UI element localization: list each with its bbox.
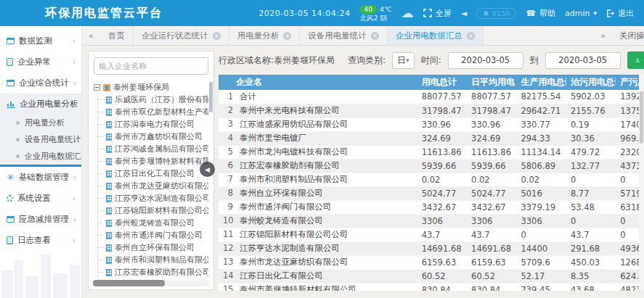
mute-speaker-icon[interactable]: ◄ [461, 9, 467, 18]
sidebar-group: 系统设置‹ [0, 188, 81, 209]
tree-children: 乐威医药（江苏）股份有限公司泰州市双亿新型材料生产有限公司江苏润泰电力有限公司泰… [97, 94, 208, 278]
tab-close-icon[interactable]: × [213, 32, 221, 40]
tree-root-node[interactable]: 泰州姜堰环保局 [94, 81, 208, 94]
value-cell: 0.02 [417, 173, 467, 186]
tab-close-icon[interactable]: × [283, 32, 291, 40]
row-number: 8 [223, 188, 233, 198]
tree-company-node[interactable]: 泰州市和润塑料制品有限公司 [98, 254, 208, 266]
export-button[interactable]: 导出 [627, 51, 644, 69]
row-number: 15 [223, 284, 233, 291]
panel-collapse-button[interactable]: ◀ [200, 162, 215, 177]
tree-company-node[interactable]: 泰州蛟龙铸造有限公司 [98, 217, 208, 229]
tree-company-node[interactable]: 泰州市万鑫纺织有限公司 [98, 131, 208, 143]
tree-company-label: 江苏宏泰橡胶助剂有限公司 [115, 267, 208, 278]
tab-scroll-right-icon[interactable]: » [594, 31, 612, 41]
query-type-label: 查询类别: [348, 54, 386, 67]
help-button[interactable]: ☎ 帮助 [526, 8, 555, 19]
table-row: 3江苏迪盛家用纺织品有限公司330.96330.96330.770.191740… [219, 117, 644, 131]
company-name-cell: 2泰州中来光电科技有限公司 [219, 104, 417, 117]
database-icon [7, 173, 15, 181]
table-row: 9泰州市通洋阀门有限公司3432.673432.673379.1953.4863… [219, 200, 644, 214]
sidebar-item[interactable]: 系统设置‹ [0, 188, 81, 209]
building-icon [106, 121, 112, 128]
tree-company-node[interactable]: 江苏日出化工有限公司 [98, 167, 208, 180]
tree-company-label: 江苏润泰电力有限公司 [115, 119, 195, 130]
company-search-input[interactable] [94, 57, 208, 75]
value-cell: 330.96 [467, 117, 516, 131]
tab[interactable]: 用电量分析× [229, 26, 301, 45]
sidebar-subitem[interactable]: 企业用电数据汇总 [0, 148, 81, 165]
table-row: 11江苏锦阳新材料有限公司公司43.743.7043.70 [219, 228, 644, 241]
date-to-input[interactable] [545, 52, 621, 69]
tree-company-node[interactable]: 江苏鸿诚金属制品有限公司 [98, 143, 208, 155]
table-vertical-scrollbar[interactable] [639, 75, 644, 291]
value-cell: 324.69 [467, 131, 516, 145]
tab-label: 企业用电数据汇总 [396, 30, 462, 41]
row-number: 12 [223, 243, 233, 253]
bell-icon [483, 10, 489, 17]
electricity-data-table: 企业名用电总计日平均用电生产用电总计治污用电总计产污/治污(用电) 1合计880… [219, 75, 644, 291]
tree-horizontal-scrollbar[interactable] [93, 280, 209, 286]
alarm-counter[interactable]: 6150 [476, 8, 516, 19]
sidebar-item[interactable]: 企业综合统计‹ [0, 73, 81, 94]
to-label: 到 [530, 54, 539, 67]
sidebar-item[interactable]: 企业用电量分析∨ [0, 94, 81, 115]
tree-company-node[interactable]: 乐威医药（江苏）股份有限公司 [98, 94, 208, 106]
sidebar-item[interactable]: 应急减排管理‹ [0, 209, 81, 230]
sidebar-item-label: 数据监测 [19, 36, 52, 46]
bullet-icon [16, 121, 20, 125]
value-cell: 2155.76 [566, 104, 616, 117]
sidebar-item[interactable]: 日志查看‹ [0, 230, 81, 251]
fullscreen-button[interactable]: 全屏 [423, 8, 452, 19]
user-menu[interactable]: admin ▾ [565, 9, 597, 18]
tree-company-label: 泰州市龙达亚麻纺织有限公司 [115, 181, 208, 191]
building-icon [106, 158, 112, 165]
table-row: 2泰州中来光电科技有限公司31798.4731798.4729642.71215… [219, 104, 644, 117]
tab-close-icon[interactable]: × [371, 32, 379, 40]
sidebar-group: 企业综合统计‹ [0, 73, 81, 94]
tree-company-node[interactable]: 江苏亨达水泥制造有限公司 [98, 192, 208, 204]
sidebar-item-label: 企业用电量分析 [20, 99, 78, 109]
tab-scroll-left-icon[interactable]: « [82, 31, 100, 41]
date-from-input[interactable] [448, 52, 523, 69]
tab[interactable]: 设备用电量统计× [300, 26, 388, 45]
sidebar-subitem[interactable]: 用电量分析 [0, 115, 81, 131]
calendar-icon [7, 38, 15, 44]
tab[interactable]: 首页 [100, 26, 134, 45]
close-operations-menu[interactable]: 关闭操作 [619, 30, 644, 41]
tree-collapse-toggle[interactable] [94, 84, 100, 91]
wind-info: 北风2 阴 [359, 14, 391, 22]
sidebar-item[interactable]: 企业异常‹ [0, 51, 81, 73]
tab[interactable]: 企业运行状态统计× [134, 26, 229, 45]
sidebar-item[interactable]: 基础数据管理‹ [0, 167, 81, 188]
chevron-left-icon: ‹ [73, 215, 76, 223]
value-cell: 3379.19 [516, 200, 566, 214]
region-label: 行政区域名称:泰州姜堰环保局 [219, 54, 335, 67]
sidebar-item[interactable]: 数据监测‹ [0, 30, 81, 51]
table-row: 8泰州自立环保有限公司5024.775024.7750168.7757194.9… [219, 186, 644, 200]
tree-company-label: 江苏鸿诚金属制品有限公司 [115, 144, 208, 154]
tab-close-icon[interactable]: × [467, 32, 475, 40]
tree-company-node[interactable]: 泰州自立环保有限公司 [98, 241, 208, 254]
tree-company-node[interactable]: 江苏润泰电力有限公司 [98, 118, 208, 131]
sidebar-subitem[interactable]: 设备用电量统计 [0, 131, 81, 148]
value-cell: 53.48 [566, 200, 616, 214]
building-icon [106, 257, 112, 264]
tree-company-node[interactable]: 泰州市龙达亚麻纺织有限公司 [98, 180, 208, 192]
column-header: 用电总计 [417, 75, 467, 90]
logout-button[interactable]: 退出 [606, 8, 634, 19]
tree-company-node[interactable]: 泰州市双亿新型材料生产有限公司 [98, 106, 208, 118]
building-icon [106, 220, 112, 227]
tree-company-node[interactable]: 江苏锦阳新材料有限公司公司 [98, 204, 208, 217]
tree-company-label: 江苏日出化工有限公司 [115, 168, 195, 179]
query-type-select[interactable]: 日 ▾ [392, 52, 415, 69]
tab-active[interactable]: 企业用电数据汇总× [388, 26, 484, 45]
tree-vertical-scrollbar[interactable] [209, 82, 213, 112]
tree-company-node[interactable]: 江苏宏泰橡胶助剂有限公司 [98, 266, 208, 278]
tree-company-node[interactable]: 泰州市通洋阀门有限公司 [98, 229, 208, 241]
row-number: 6 [223, 160, 233, 170]
app-title: 环保用电监管云平台 [45, 6, 163, 21]
tree-company-node[interactable]: 泰州市姜堰博特新材料有限公司 [98, 155, 208, 167]
value-cell: 5024.77 [467, 186, 516, 200]
chevron-left-icon: ‹ [73, 37, 76, 45]
